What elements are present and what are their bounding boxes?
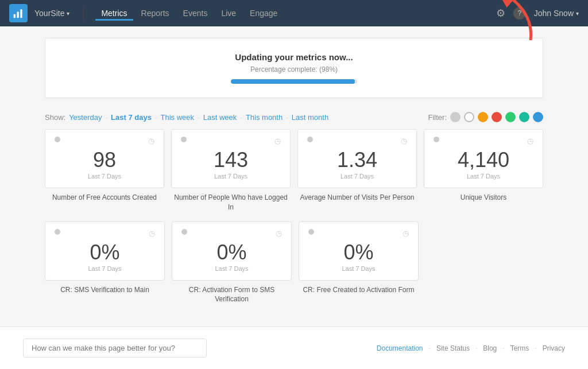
navbar: YourSite Metrics Reports Events Live Eng…: [0, 0, 588, 26]
nav-link-reports[interactable]: Reports: [136, 6, 175, 21]
metric-card-free-created: ◷ 0% Last 7 Days: [299, 222, 419, 281]
filter-dot-orange[interactable]: [478, 112, 488, 122]
card-status-dot: [181, 137, 187, 142]
nav-link-metrics[interactable]: Metrics: [95, 6, 133, 21]
filter-thisweek[interactable]: This week: [161, 113, 195, 122]
filter-lastmonth[interactable]: Last month: [292, 113, 328, 122]
table-row: ◷ 0% Last 7 Days CR: Activation Form to …: [172, 222, 292, 305]
update-banner: Updating your metrics now... Percentage …: [45, 38, 543, 98]
card-period: Last 7 Days: [181, 173, 281, 180]
metric-card-free-accounts: ◷ 98 Last 7 Days: [45, 129, 164, 188]
nav-link-live[interactable]: Live: [215, 6, 242, 21]
footer: Documentation · Site Status · Blog · Ter…: [0, 327, 588, 329]
card-clock-icon: ◷: [276, 229, 282, 238]
metric-card-sms-verification: ◷ 0% Last 7 Days: [45, 222, 165, 281]
card-period: Last 7 Days: [307, 173, 407, 180]
card-status-dot: [181, 229, 187, 235]
card-value: 0%: [308, 242, 409, 263]
table-row: ◷ 98 Last 7 Days Number of Free Accounts…: [45, 129, 164, 212]
card-status-dot: [307, 137, 313, 142]
show-filters: Show: Yesterday · Last 7 days · This wee…: [45, 113, 328, 122]
show-label: Show:: [45, 113, 65, 122]
filter-thismonth[interactable]: This month: [246, 113, 283, 122]
card-status-dot: [308, 229, 314, 235]
table-row: ◷ 143 Last 7 Days Number of People Who h…: [171, 129, 291, 212]
svg-rect-2: [20, 9, 22, 18]
filter-lastweek[interactable]: Last week: [203, 113, 237, 122]
card-clock-icon: ◷: [527, 137, 533, 145]
card-label: Number of People Who have Logged In: [171, 193, 291, 212]
table-row: ◷ 1.34 Last 7 Days Average Number of Vis…: [297, 129, 417, 212]
card-label: CR: Free Created to Activation Form: [299, 285, 419, 295]
filter-dot-white[interactable]: [464, 112, 474, 122]
card-status-dot: [55, 229, 60, 235]
metric-card-activation-form: ◷ 0% Last 7 Days: [172, 222, 292, 281]
filter-label: Filter:: [428, 113, 447, 122]
card-label: CR: Activation Form to SMS Verification: [172, 285, 292, 305]
progress-bar-fill: [231, 79, 355, 84]
app-logo: [9, 4, 28, 22]
logo-icon: [13, 7, 24, 19]
metric-card-logged-in: ◷ 143 Last 7 Days: [171, 129, 291, 188]
user-menu[interactable]: John Snow: [534, 9, 579, 18]
card-label: Number of Free Accounts Created: [45, 193, 164, 203]
card-status-dot: [55, 137, 60, 142]
nav-link-engage[interactable]: Engage: [244, 6, 283, 21]
card-label: Average Number of Visits Per Person: [297, 193, 417, 203]
card-label: CR: SMS Verification to Main: [45, 285, 165, 295]
settings-icon[interactable]: ⚙: [496, 7, 505, 20]
svg-rect-1: [17, 12, 19, 18]
card-clock-icon: ◷: [148, 137, 154, 145]
banner-subtitle: Percentage complete: (98%): [64, 65, 524, 73]
metric-card-unique-visitors: ◷ 4,140 Last 7 Days: [424, 129, 543, 188]
table-row: ◷ 4,140 Last 7 Days Unique Visitors: [424, 129, 543, 212]
card-value: 98: [55, 150, 154, 170]
filters-row: Show: Yesterday · Last 7 days · This wee…: [45, 112, 543, 122]
banner-percentage: (98%): [319, 65, 338, 73]
metric-cards-row2: ◷ 0% Last 7 Days CR: SMS Verification to…: [45, 222, 419, 305]
progress-bar-background: [231, 79, 357, 84]
svg-rect-0: [14, 14, 16, 18]
nav-links: Metrics Reports Events Live Engage: [83, 6, 283, 21]
help-icon[interactable]: ?: [513, 7, 526, 20]
card-period: Last 7 Days: [55, 265, 155, 272]
table-row: ◷ 0% Last 7 Days CR: Free Created to Act…: [299, 222, 419, 305]
nav-right: ⚙ ? John Snow: [496, 7, 579, 20]
filter-right: Filter:: [428, 112, 544, 122]
filter-dot-red[interactable]: [492, 112, 502, 122]
nav-link-events[interactable]: Events: [177, 6, 214, 21]
table-row: ◷ 0% Last 7 Days CR: SMS Verification to…: [45, 222, 165, 305]
card-value: 0%: [55, 242, 155, 263]
card-label: Unique Visitors: [424, 193, 543, 203]
filter-dot-gray[interactable]: [450, 112, 461, 122]
banner-title: Updating your metrics now...: [64, 52, 524, 62]
metric-cards-row1: ◷ 98 Last 7 Days Number of Free Accounts…: [45, 129, 543, 212]
main-content: Updating your metrics now... Percentage …: [36, 26, 552, 329]
card-clock-icon: ◷: [401, 137, 407, 145]
card-clock-icon: ◷: [274, 137, 281, 145]
filter-dot-blue[interactable]: [533, 112, 543, 122]
card-period: Last 7 Days: [55, 173, 154, 180]
card-period: Last 7 Days: [308, 265, 409, 272]
card-value: 4,140: [434, 150, 533, 170]
site-selector[interactable]: YourSite: [34, 9, 69, 18]
filter-yesterday[interactable]: Yesterday: [69, 113, 102, 122]
metric-card-avg-visits: ◷ 1.34 Last 7 Days: [297, 129, 417, 188]
card-value: 143: [181, 150, 281, 170]
filter-dot-green[interactable]: [505, 112, 516, 122]
card-clock-icon: ◷: [403, 229, 409, 238]
card-value: 0%: [181, 242, 282, 263]
card-value: 1.34: [307, 150, 407, 170]
card-period: Last 7 Days: [181, 265, 282, 272]
banner-subtitle-prefix: Percentage complete:: [250, 65, 319, 73]
card-clock-icon: ◷: [149, 229, 155, 238]
filter-last7days[interactable]: Last 7 days: [111, 113, 152, 122]
filter-dot-teal[interactable]: [519, 112, 529, 122]
card-status-dot: [434, 137, 439, 142]
card-period: Last 7 Days: [434, 173, 533, 180]
